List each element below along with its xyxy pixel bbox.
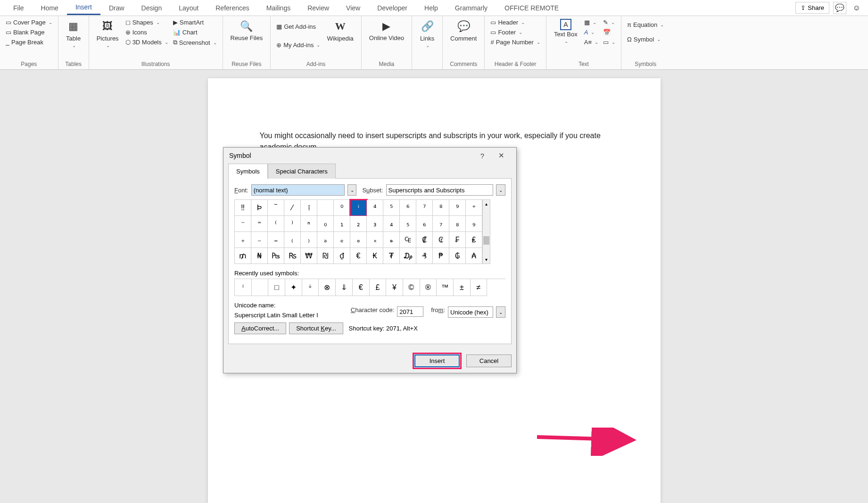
recent-symbol-cell[interactable] (252, 279, 269, 296)
symbol-cell[interactable] (317, 200, 334, 216)
page-break-button[interactable]: ⎯Page Break (5, 38, 53, 47)
symbol-cell[interactable]: Þ (251, 200, 268, 216)
symbol-cell[interactable]: ₦ (251, 248, 268, 264)
recent-symbol-cell[interactable]: ✦ (285, 279, 302, 296)
symbol-cell[interactable]: ₎ (301, 232, 317, 248)
symbol-scrollbar[interactable]: ▴ ▾ (482, 199, 490, 264)
close-button[interactable]: ✕ (492, 148, 511, 163)
scroll-down-icon[interactable]: ▾ (483, 256, 490, 264)
share-button[interactable]: ⇪Share (795, 2, 829, 14)
tab-insert[interactable]: Insert (67, 0, 100, 15)
wikipedia-button[interactable]: WWikipedia (324, 18, 356, 43)
symbol-cell[interactable]: ₓ (367, 232, 383, 248)
symbol-cell[interactable]: ⁶ (400, 200, 416, 216)
symbol-cell[interactable]: ₋ (251, 232, 268, 248)
feedback-icon[interactable]: ☺ (850, 2, 863, 14)
recent-symbol-cell[interactable]: € (353, 279, 370, 296)
tab-office-remote[interactable]: OFFICE REMOTE (496, 1, 567, 15)
font-combo-dropdown[interactable]: ⌄ (347, 184, 357, 196)
help-button[interactable]: ? (473, 148, 492, 163)
symbol-cell[interactable]: ₯ (400, 248, 416, 264)
insert-button[interactable]: Insert (414, 355, 460, 367)
recent-symbol-cell[interactable]: © (403, 279, 420, 296)
symbol-cell[interactable]: ₆ (416, 216, 433, 232)
page-number-button[interactable]: #Page Number (489, 38, 541, 47)
symbol-cell[interactable]: ⁺ (466, 200, 482, 216)
screenshot-button[interactable]: ⧉Screenshot (172, 38, 218, 47)
font-combo[interactable]: (normal text) (251, 184, 345, 196)
symbol-cell[interactable]: ₃ (367, 216, 383, 232)
symbol-cell[interactable]: ⁄ (284, 200, 301, 216)
recent-symbol-cell[interactable]: ™ (437, 279, 454, 296)
symbol-cell[interactable]: ⁱ (350, 200, 367, 216)
symbol-cell[interactable]: ₅ (400, 216, 416, 232)
symbol-cell[interactable]: ⁴ (367, 200, 383, 216)
symbol-cell[interactable]: ₭ (367, 248, 383, 264)
subset-combo[interactable]: Superscripts and Subscripts (386, 184, 494, 196)
symbol-cell[interactable]: ⁾ (284, 216, 301, 232)
symbol-cell[interactable]: ⁿ (301, 216, 317, 232)
cover-page-button[interactable]: ▭Cover Page (5, 18, 53, 27)
autocorrect-button[interactable]: AutoCorrect... (234, 322, 286, 334)
symbol-cell[interactable]: ₉ (466, 216, 482, 232)
recent-symbol-cell[interactable]: ¥ (386, 279, 403, 296)
symbol-cell[interactable]: ⁞ (301, 200, 317, 216)
tab-references[interactable]: References (207, 1, 258, 15)
comment-button[interactable]: 💬Comment (447, 18, 479, 43)
symbol-cell[interactable]: ⁷ (416, 200, 433, 216)
symbol-cell[interactable]: ₈ (449, 216, 466, 232)
symbol-cell[interactable]: ⁹ (449, 200, 466, 216)
reuse-files-button[interactable]: 🔍Reuse Files (228, 18, 266, 42)
table-button[interactable]: ▦Table (63, 18, 84, 49)
recent-symbol-cell[interactable]: ⇓ (336, 279, 353, 296)
symbol-cell[interactable]: ⁽ (268, 216, 284, 232)
symbol-cell[interactable]: ⁸ (433, 200, 449, 216)
recent-symbol-cell[interactable]: ⊗ (319, 279, 336, 296)
symbol-cell[interactable]: ₀ (317, 216, 334, 232)
comments-pane-icon[interactable]: 💬 (833, 2, 846, 14)
symbol-cell[interactable]: ‾ (268, 200, 284, 216)
header-button[interactable]: ▭Header (489, 18, 541, 27)
signature-button[interactable]: ✎ (602, 18, 616, 27)
wordart-button[interactable]: A (583, 28, 599, 37)
symbol-cell[interactable]: ₂ (350, 216, 367, 232)
symbol-cell[interactable]: ₲ (449, 248, 466, 264)
tab-draw[interactable]: Draw (100, 1, 133, 15)
from-combo-dropdown[interactable]: ⌄ (496, 306, 505, 318)
tab-review[interactable]: Review (299, 1, 338, 15)
charcode-input[interactable]: 2071 (397, 306, 423, 317)
dialog-titlebar[interactable]: Symbol ? ✕ (223, 148, 516, 164)
tab-home[interactable]: Home (33, 1, 67, 15)
symbol-cell[interactable]: ₇ (433, 216, 449, 232)
symbol-cell[interactable]: ₤ (466, 232, 482, 248)
recent-symbol-cell[interactable]: ⁱ (235, 279, 252, 296)
recent-symbol-cell[interactable]: ® (420, 279, 437, 296)
symbol-cell[interactable]: ₪ (317, 248, 334, 264)
links-button[interactable]: 🔗Links (417, 18, 438, 49)
tab-grammarly[interactable]: Grammarly (446, 1, 496, 15)
recent-symbol-cell[interactable]: ᛎ (302, 279, 319, 296)
quick-parts-button[interactable]: ▦ (583, 18, 599, 27)
symbol-cell[interactable]: ⁼ (251, 216, 268, 232)
symbol-cell[interactable]: ⁵ (383, 200, 400, 216)
equation-button[interactable]: πEquation (626, 20, 665, 29)
tab-layout[interactable]: Layout (170, 1, 207, 15)
symbol-cell[interactable]: ₑ (334, 232, 350, 248)
tab-special-characters[interactable]: Special Characters (268, 164, 336, 179)
scroll-up-icon[interactable]: ▴ (483, 200, 490, 208)
tab-view[interactable]: View (338, 1, 369, 15)
symbol-cell[interactable]: ₄ (383, 216, 400, 232)
shortcut-key-button[interactable]: Shortcut Key... (289, 322, 343, 334)
symbol-cell[interactable]: ⁰ (334, 200, 350, 216)
date-time-button[interactable]: 📅 (602, 28, 616, 37)
symbol-cell[interactable]: ₊ (235, 232, 251, 248)
symbol-cell[interactable]: ₍ (284, 232, 301, 248)
recent-symbol-cell[interactable]: ± (454, 279, 471, 296)
symbol-cell[interactable]: ₠ (400, 232, 416, 248)
symbol-cell[interactable]: ₰ (416, 248, 433, 264)
from-combo[interactable]: Unicode (hex) (448, 306, 493, 318)
tab-developer[interactable]: Developer (369, 1, 416, 15)
blank-page-button[interactable]: ▭Blank Page (5, 28, 53, 37)
pictures-button[interactable]: 🖼Pictures (94, 18, 122, 49)
tab-file[interactable]: File (5, 1, 33, 15)
